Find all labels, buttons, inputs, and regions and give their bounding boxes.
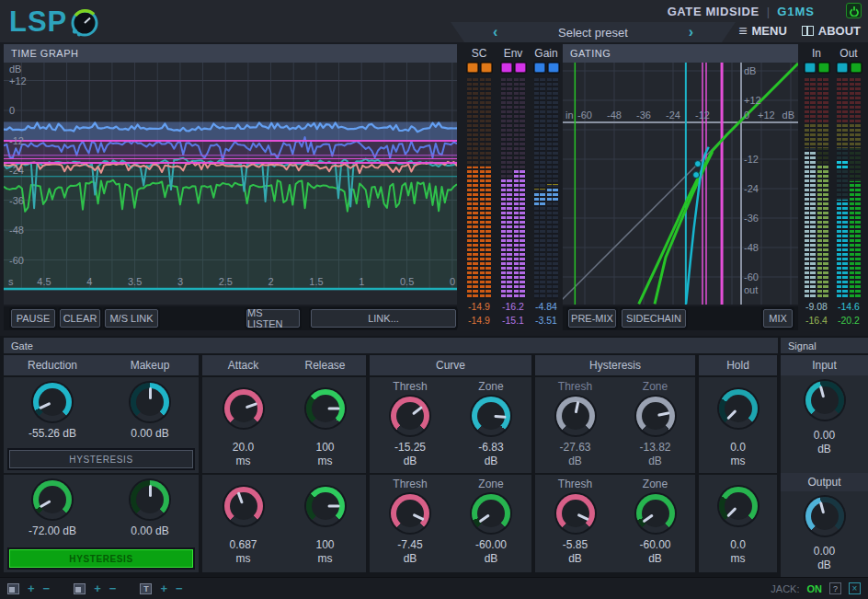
- link-button[interactable]: LINK...: [311, 309, 456, 328]
- pause-button[interactable]: PAUSE: [11, 309, 55, 328]
- menu-icon: ≡: [738, 25, 747, 38]
- disconnect-icon[interactable]: ×: [849, 582, 861, 594]
- sidechain-button[interactable]: SIDECHAIN: [622, 309, 686, 328]
- side-hyst-thresh-value: -5.85: [563, 538, 588, 552]
- mid-hold-cell: 0.0 ms: [699, 377, 777, 473]
- side-curve-zone-label: Zone: [478, 478, 503, 491]
- mid-reduction-makeup-cell: -55.26 dB 0.00 dB HYSTERESIS: [4, 377, 199, 473]
- side-release-knob[interactable]: [306, 487, 345, 525]
- svg-text:-48: -48: [9, 225, 24, 236]
- timegraph-plot: dB+120-12-24-36-48-60s4.543.532.521.510.…: [4, 63, 457, 305]
- side-curve-zone-knob[interactable]: [472, 494, 510, 533]
- sc-mid-enable-button[interactable]: [467, 63, 478, 73]
- svg-text:1: 1: [359, 276, 364, 287]
- side-hyst-zone-knob[interactable]: [636, 494, 675, 533]
- out-mid-enable-button[interactable]: [837, 63, 848, 73]
- gain-meter-bar-mid: [534, 78, 545, 299]
- mid-hold-knob[interactable]: [719, 389, 758, 428]
- mid-curve-zone-knob[interactable]: [472, 397, 510, 435]
- preset-prev-button[interactable]: ‹: [493, 23, 497, 41]
- side-reduction-knob[interactable]: [33, 480, 72, 519]
- svg-text:1.5: 1.5: [309, 276, 323, 287]
- clear-button[interactable]: CLEAR: [60, 309, 100, 328]
- ms-listen-button[interactable]: MS LISTEN: [246, 309, 300, 328]
- svg-text:3.5: 3.5: [128, 276, 142, 287]
- menu-button[interactable]: ≡ MENU: [738, 24, 787, 38]
- power-icon: [849, 6, 860, 17]
- preset-selector[interactable]: Select preset: [558, 26, 628, 40]
- gain-side-enable-button[interactable]: [548, 63, 559, 73]
- zoom-in-button[interactable]: +: [160, 582, 167, 595]
- mid-hyst-thresh-value: -27.63: [559, 441, 590, 455]
- help-icon[interactable]: ?: [829, 582, 841, 594]
- window-layout-icon[interactable]: [7, 583, 19, 594]
- plugin-code: G1MS: [777, 5, 815, 18]
- mix-button[interactable]: MIX: [763, 309, 793, 328]
- side-hyst-thresh-knob[interactable]: [556, 494, 595, 533]
- power-button[interactable]: [846, 3, 862, 18]
- gain-mid-enable-button[interactable]: [534, 63, 545, 73]
- sc-meter-label: SC: [472, 44, 487, 63]
- svg-text:0: 0: [450, 276, 455, 287]
- gain-meter: Gain -4.84 -3.51: [531, 44, 562, 327]
- side-hysteresis-toggle[interactable]: HYSTERESIS: [9, 549, 193, 568]
- hysteresis-header: Hysteresis: [535, 355, 695, 375]
- preset-next-button[interactable]: ›: [689, 23, 693, 41]
- env-meter: Env -16.2 -15.1: [497, 44, 529, 327]
- timegraph-toolbar: PAUSE CLEAR M/S LINK MS LISTEN LINK...: [4, 306, 457, 330]
- gating-toolbar: PRE-MIX SIDECHAIN MIX: [563, 306, 798, 330]
- zoom-in-button[interactable]: +: [94, 582, 101, 595]
- svg-text:0: 0: [9, 105, 15, 116]
- zoom-in-button[interactable]: +: [28, 582, 35, 595]
- zoom-out-button[interactable]: −: [43, 582, 51, 595]
- mid-curve-thresh-knob[interactable]: [391, 397, 429, 435]
- gating-plot[interactable]: in-60-48-36-24-120+12dBdB+12-12-24-36-48…: [563, 63, 798, 305]
- mid-hyst-thresh-knob[interactable]: [556, 397, 595, 435]
- in-mid-enable-button[interactable]: [805, 63, 816, 73]
- about-button[interactable]: ABOUT: [802, 24, 861, 38]
- env-mid-enable-button[interactable]: [501, 63, 512, 73]
- zoom-out-button[interactable]: −: [109, 582, 117, 595]
- mid-reduction-knob[interactable]: [33, 383, 72, 421]
- mid-curve-zone-unit: dB: [485, 455, 498, 468]
- mid-hyst-zone-knob[interactable]: [636, 397, 675, 435]
- side-makeup-knob[interactable]: [131, 480, 169, 519]
- ms-link-button[interactable]: M/S LINK: [105, 309, 158, 328]
- sc-side-enable-button[interactable]: [481, 63, 492, 73]
- text-scale-icon[interactable]: T: [140, 583, 152, 594]
- mid-curve-thresh-value: -15.25: [394, 441, 426, 455]
- pre-mix-button[interactable]: PRE-MIX: [568, 309, 616, 328]
- svg-text:-60: -60: [744, 271, 759, 282]
- out-side-enable-button[interactable]: [851, 63, 862, 73]
- jack-label: JACK:: [771, 583, 799, 594]
- side-curve-thresh-knob[interactable]: [391, 494, 429, 533]
- env-meter-value-mid: -16.2: [502, 300, 524, 313]
- input-gain-value: 0.00: [814, 429, 835, 443]
- side-attack-knob[interactable]: [224, 487, 263, 525]
- out-meter-bar-side: [850, 78, 861, 299]
- output-gain-knob[interactable]: [805, 497, 844, 536]
- zoom-out-button[interactable]: −: [176, 582, 183, 595]
- mid-curve-thresh-label: Thresh: [393, 380, 427, 394]
- sc-meter-value-side: -14.9: [468, 314, 490, 327]
- side-hold-knob[interactable]: [719, 487, 758, 525]
- about-icon: [802, 26, 814, 36]
- mid-attack-knob[interactable]: [224, 389, 263, 428]
- signal-section-label: Signal: [781, 338, 868, 353]
- svg-text:s: s: [8, 276, 14, 287]
- input-header: Input: [781, 355, 868, 375]
- input-gain-knob[interactable]: [805, 381, 844, 420]
- window-layout-icon[interactable]: [74, 583, 86, 594]
- mid-makeup-knob[interactable]: [131, 383, 169, 421]
- env-meter-bar-mid: [501, 78, 512, 299]
- env-side-enable-button[interactable]: [515, 63, 526, 73]
- svg-text:4.5: 4.5: [37, 276, 51, 287]
- mid-attack-value: 20.0: [233, 441, 254, 455]
- titlebar: LSP GATE MIDSIDE | G1MS ‹ Select preset …: [0, 0, 868, 42]
- mid-release-knob[interactable]: [306, 389, 345, 428]
- input-gain-unit: dB: [817, 443, 831, 456]
- in-meter-value-mid: -9.08: [805, 300, 828, 313]
- in-side-enable-button[interactable]: [818, 63, 829, 73]
- mid-hysteresis-toggle[interactable]: HYSTERESIS: [9, 450, 193, 468]
- svg-text:-24: -24: [744, 183, 759, 194]
